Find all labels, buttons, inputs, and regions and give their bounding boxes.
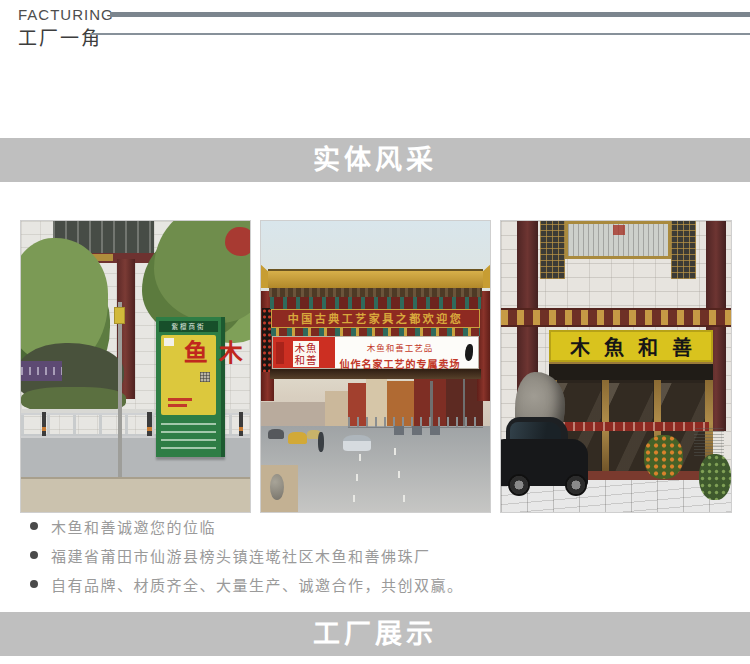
list-item: 木鱼和善诚邀您的位临 [30,517,730,535]
door-transom [549,362,712,379]
car-window [510,422,561,441]
lattice-panel [540,221,565,279]
gold-carved-band [501,308,731,327]
poster-logo-chip [164,338,174,345]
photo-archway-street: 中国古典工艺家具之都欢迎您 木魚和善 木鱼和善工艺品 仙作名家工艺的专属卖场 [260,220,491,513]
archway-eave-rafters [269,288,482,297]
archway-inscription: 中国古典工艺家具之都欢迎您 [271,309,479,328]
pole-sign [114,307,125,324]
lane-dash [403,495,405,502]
potted-plant-green [699,454,731,501]
lane-dash [353,495,355,502]
sidewalk [21,477,250,512]
stone-ball [270,474,284,500]
lane-dash [356,474,358,481]
lane-dash [394,448,396,455]
building-block [325,391,348,430]
crane-logo [465,344,473,361]
led-screen [262,308,271,372]
section-title: 工厂一角 [18,23,102,50]
poster-subtext-bar [168,404,187,407]
kiosk-yellow-poster: 木鱼 [161,335,217,415]
dougong-bracket-band [270,297,481,309]
bullet-text: 福建省莆田市仙游县榜头镇连墘社区木鱼和善佛珠厂 [51,545,431,566]
upper-window [565,221,671,259]
brand-logo-seal: 木魚和善 [293,341,319,367]
qr-code [200,372,211,382]
bullet-text: 木鱼和善诚邀您的位临 [51,516,216,537]
billboard-text-zone: 木鱼和善工艺品 仙作名家工艺的专属卖场 [339,339,461,366]
taxi-yellow [288,432,306,444]
list-item: 福建省莆田市仙游县榜头镇连墘社区木鱼和善佛珠厂 [30,546,730,564]
bollard [239,412,244,440]
storefront-sign: 木魚和善 [549,330,712,362]
decor-pattern-band [271,328,479,336]
archway-gold-roof [268,269,483,288]
poster-subtext-bar [168,398,191,401]
car-silver [343,435,370,451]
factory-showcase-page: FACTURING 工厂一角 实体风采 [0,0,750,664]
lane-dash [359,454,361,461]
potted-plant-orange [644,435,683,479]
bollard [147,412,152,440]
brand-english-label: FACTURING [18,6,114,23]
car-wheel [508,474,530,496]
bullet-text: 自有品牌、材质齐全、大量生产、诚邀合作，共创双赢。 [51,574,464,595]
bullet-dot [30,522,38,530]
car-dark [268,429,284,439]
window-red-banner [613,225,625,235]
sign-pole [118,302,122,477]
parked-cars-row [394,426,444,435]
red-blossoms [225,227,251,256]
air-conditioner-unit [694,428,724,457]
interior-red-strip [553,422,710,432]
lane-dash [398,471,400,478]
kiosk-header-strip: 紫檀商街 [159,321,219,332]
photo-strip: 紫檀商街 木鱼 [20,220,732,513]
lattice-panel [671,221,696,279]
list-item: 自有品牌、材质齐全、大量生产、诚邀合作，共创双赢。 [30,575,730,593]
photo-street-kiosk: 紫檀商街 木鱼 [20,220,251,513]
bollard [42,412,47,440]
header-rule-thick [110,12,750,17]
billboard-line1: 木鱼和善工艺品 [339,341,461,353]
bullet-dot [30,580,38,588]
photo-storefront: 木魚和善 [500,220,732,513]
bullet-dot [30,551,38,559]
motorcyclist [318,432,324,452]
billboard-side-text-strip [276,342,283,364]
info-bullet-list: 木鱼和善诚邀您的位临 福建省莆田市仙游县榜头镇连墘社区木鱼和善佛珠厂 自有品牌、… [30,517,730,604]
kiosk-footer-text-lines [161,423,215,451]
archway-billboard: 木魚和善 木鱼和善工艺品 仙作名家工艺的专属卖场 [272,336,478,369]
banner-showcase: 实体风采 [0,138,750,182]
poster-title-vertical: 木鱼 [176,340,246,393]
purple-banner [21,361,62,381]
green-ad-kiosk: 紫檀商街 木鱼 [156,317,225,457]
banner-factory-display: 工厂展示 [0,612,750,656]
archway-underside [270,369,481,378]
header-rule-thin [90,33,750,35]
billboard-red-panel: 木魚和善 [273,337,334,368]
